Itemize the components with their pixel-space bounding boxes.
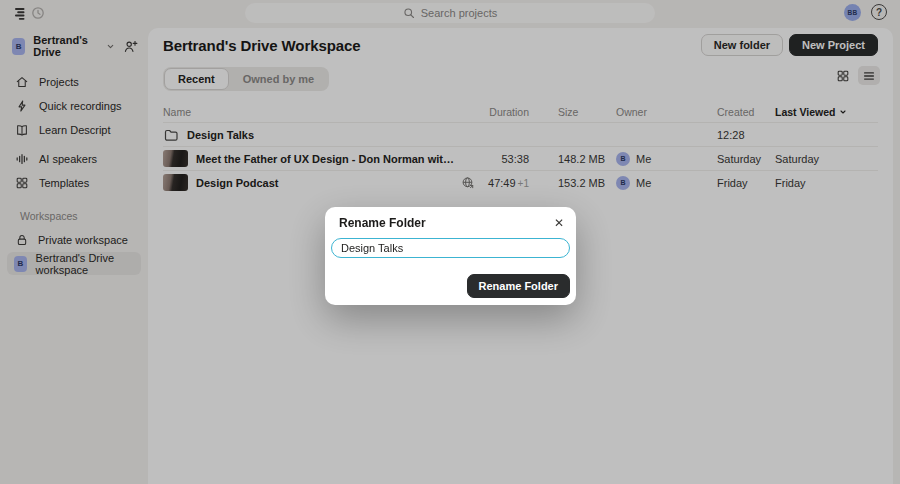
rename-folder-dialog: Rename Folder ✕ Rename Folder [325,207,576,305]
dialog-title: Rename Folder [339,216,426,230]
rename-folder-button[interactable]: Rename Folder [467,274,570,298]
folder-name-input[interactable] [331,238,570,258]
close-icon[interactable]: ✕ [554,217,564,229]
